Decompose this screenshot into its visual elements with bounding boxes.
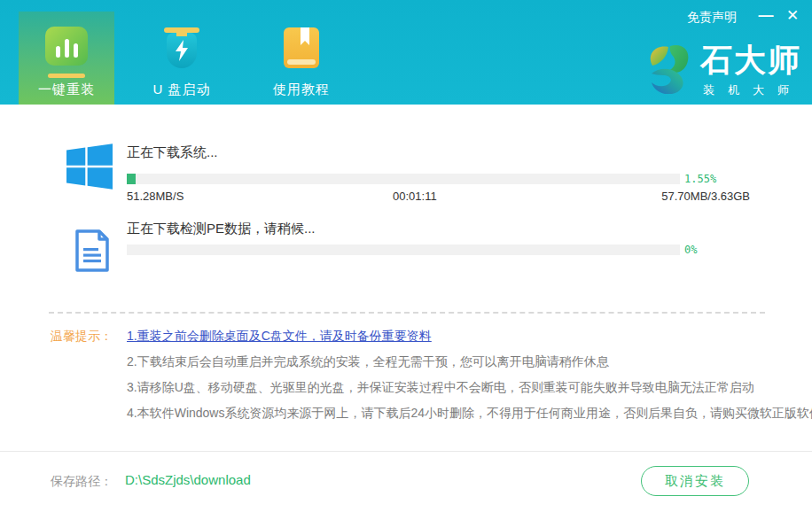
active-tab-underline	[48, 74, 85, 78]
brand-logo: 石大师 装机大师	[645, 43, 802, 98]
title-bar: 一键重装 U 盘启动	[0, 0, 812, 105]
system-download-progressbar	[127, 174, 680, 184]
tip-line-autorestart: 2.下载结束后会自动重启并完成系统的安装，全程无需干预，您可以离开电脑请稍作休息	[127, 354, 609, 370]
usb-shield-icon	[160, 27, 203, 69]
pe-download-percent: 0%	[684, 244, 697, 256]
tip-line-backup: 1.重装之前会删除桌面及C盘文件，请及时备份重要资料	[127, 329, 432, 345]
brand-logo-icon	[645, 43, 693, 94]
tip-line-remove-usb: 3.请移除U盘、移动硬盘、光驱里的光盘，并保证安装过程中不会断电，否则重装可能失…	[127, 380, 754, 396]
tab-one-click-reinstall[interactable]: 一键重装	[19, 12, 114, 105]
system-download-title: 正在下载系统...	[127, 144, 218, 161]
bar-chart-icon	[45, 27, 88, 69]
close-button[interactable]: ✕	[782, 5, 803, 27]
elapsed-time: 00:01:11	[393, 190, 437, 203]
system-download-percent: 1.55%	[684, 173, 716, 185]
dashed-divider	[49, 312, 765, 314]
tab-tutorial[interactable]: 使用教程	[254, 12, 349, 105]
brand-title: 石大师	[700, 43, 802, 78]
book-icon	[280, 27, 323, 69]
windows-logo-icon	[66, 144, 113, 190]
save-path-label: 保存路径：	[51, 474, 113, 490]
app-window: 一键重装 U 盘启动	[0, 0, 812, 512]
system-download-progress-fill	[127, 174, 136, 184]
downloaded-size: 57.70MB/3.63GB	[661, 190, 750, 203]
tab-usb-boot[interactable]: U 盘启动	[134, 12, 230, 105]
brand-subtitle: 装机大师	[700, 82, 802, 98]
pe-download-title: 正在下载检测PE数据，请稍候...	[127, 221, 316, 237]
tip-line-license: 4.本软件Windows系统资源均来源于网上，请下载后24小时删除，不得用于任何…	[127, 406, 812, 422]
tab-underline-spacer	[163, 74, 200, 78]
tab-label: 一键重装	[38, 81, 95, 98]
tab-underline-spacer	[283, 74, 320, 78]
tab-label: 使用教程	[273, 81, 330, 98]
minimize-button[interactable]: —	[755, 5, 777, 27]
save-path-value: D:\SdsZjds\download	[125, 472, 251, 487]
footer-divider	[0, 451, 812, 452]
disclaimer-link[interactable]: 免责声明	[687, 10, 737, 26]
pe-download-progressbar	[127, 244, 680, 255]
download-speed: 51.28MB/S	[127, 190, 183, 203]
tab-label: U 盘启动	[153, 81, 211, 98]
tips-label: 温馨提示：	[51, 329, 113, 345]
cancel-install-button[interactable]: 取消安装	[641, 466, 749, 496]
document-icon	[74, 229, 110, 272]
